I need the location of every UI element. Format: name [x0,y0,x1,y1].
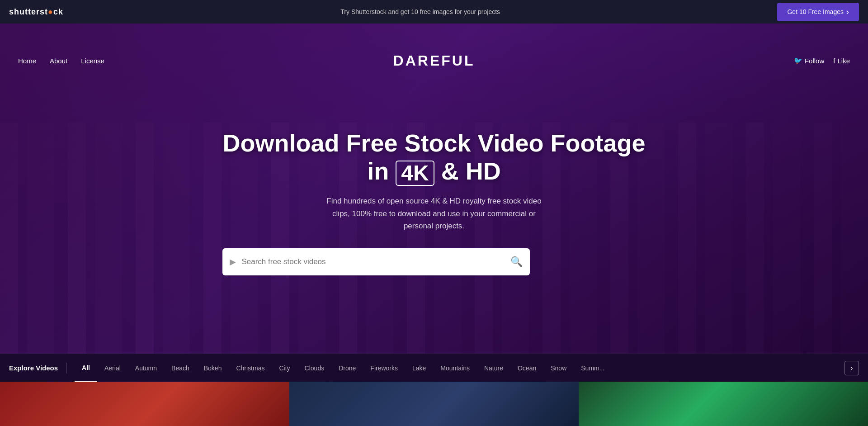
search-input[interactable] [241,257,505,266]
nav-license-link[interactable]: License [81,57,104,65]
christmas-thumbnail [0,382,289,426]
top-banner: shutterst●ck Try Shutterstock and get 10… [0,0,868,24]
video-thumb-city[interactable]: City [289,382,579,426]
cat-mountains[interactable]: Mountains [433,354,477,382]
cat-christmas[interactable]: Christmas [229,354,272,382]
video-icon: ▶ [230,257,236,267]
cat-city[interactable]: City [272,354,297,382]
cat-beach[interactable]: Beach [164,354,197,382]
city-thumbnail [289,382,579,426]
video-thumb-nature[interactable]: Nature [579,382,868,426]
cat-snow[interactable]: Snow [543,354,574,382]
facebook-like-link[interactable]: f Like [833,57,850,65]
cat-nature[interactable]: Nature [477,354,510,382]
cat-autumn[interactable]: Autumn [128,354,164,382]
nature-thumbnail [579,382,868,426]
hero-title: Download Free Stock Video Footage in 4K … [222,129,645,186]
brand-logo: DAREFUL [393,52,475,69]
hero-title-line2-post: & HD [441,157,501,185]
facebook-icon: f [833,57,835,65]
search-bar: ▶ 🔍 [222,248,530,275]
category-divider [66,363,66,374]
hero-title-line1: Download Free Stock Video Footage [222,129,645,156]
cat-aerial[interactable]: Aerial [97,354,128,382]
main-nav: Home About License DAREFUL 🐦 Follow f Li… [0,47,868,74]
video-grid: Christmas City Nature [0,382,868,426]
cta-button[interactable]: Get 10 Free Images [777,3,859,21]
cat-bokeh[interactable]: Bokeh [197,354,229,382]
category-list: All Aerial Autumn Beach Bokeh Christmas … [75,354,841,382]
shutterstock-logo: shutterst●ck [9,7,63,17]
hero-subtitle: Find hundreds of open source 4K & HD roy… [321,195,547,232]
nav-center: DAREFUL [393,52,475,69]
video-thumb-christmas[interactable]: Christmas [0,382,289,426]
nav-about-link[interactable]: About [50,57,67,65]
explore-label: Explore Videos [9,364,58,372]
banner-text: Try Shutterstock and get 10 free images … [340,8,500,15]
hero-title-line2-pre: in [367,157,389,185]
hero-content: Download Free Stock Video Footage in 4K … [213,129,654,275]
cat-drone[interactable]: Drone [331,354,363,382]
twitter-follow-link[interactable]: 🐦 Follow [794,57,824,65]
hero-section: Home About License DAREFUL 🐦 Follow f Li… [0,24,868,354]
search-icon: 🔍 [510,256,523,267]
twitter-icon: 🐦 [794,57,802,65]
nav-left: Home About License [18,57,104,65]
category-bar: Explore Videos All Aerial Autumn Beach B… [0,354,868,382]
cat-ocean[interactable]: Ocean [510,354,543,382]
cat-all[interactable]: All [75,354,97,382]
hero-4k-badge: 4K [396,161,434,186]
like-label: Like [837,57,850,65]
cat-lake[interactable]: Lake [405,354,433,382]
follow-label: Follow [805,57,824,65]
cat-fireworks[interactable]: Fireworks [363,354,405,382]
search-button[interactable]: 🔍 [510,256,523,268]
nav-home-link[interactable]: Home [18,57,36,65]
category-next-button[interactable]: › [844,361,859,375]
cat-summer[interactable]: Summ... [574,354,612,382]
nav-right: 🐦 Follow f Like [794,57,850,65]
cat-clouds[interactable]: Clouds [297,354,332,382]
